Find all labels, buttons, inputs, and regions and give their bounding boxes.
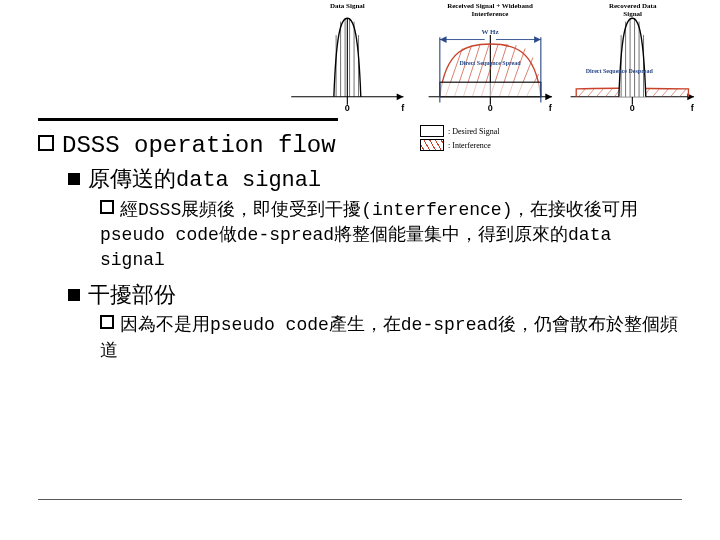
level2-item: 干擾部份 bbox=[68, 282, 682, 312]
diagram-data-signal: Data Signal 0 f bbox=[280, 0, 415, 115]
level1-text: DSSS operation flow bbox=[62, 132, 336, 159]
svg-text:0: 0 bbox=[345, 103, 350, 113]
diagram-title: Received Signal + Wideband Interference bbox=[435, 2, 545, 18]
svg-line-42 bbox=[653, 89, 660, 97]
level2-text: 干擾部份 bbox=[88, 284, 176, 309]
svg-line-44 bbox=[671, 89, 678, 97]
diagram-recovered: Recovered Data Signal Direct Sequence De… bbox=[565, 0, 700, 115]
level2-text: 原傳送的data signal bbox=[88, 168, 321, 193]
svg-marker-12 bbox=[545, 93, 552, 100]
diagram-title: Data Signal bbox=[330, 2, 365, 10]
bullet-open-icon bbox=[100, 315, 114, 329]
dsss-diagrams: Data Signal 0 f Received Signal + Wideba… bbox=[280, 0, 700, 115]
svg-text:f: f bbox=[691, 103, 694, 113]
svg-line-37 bbox=[588, 89, 595, 97]
svg-line-45 bbox=[680, 89, 687, 97]
level2-item: 原傳送的data signal bbox=[68, 166, 682, 196]
spread-label: Direct Sequence Spread bbox=[459, 60, 520, 67]
level3-item: 經DSSS展頻後，即使受到干擾(interference)，在接收後可用pseu… bbox=[100, 198, 682, 274]
level3-item: 因為不是用pseudo code產生，在de-spread後，仍會散布於整個頻道 bbox=[100, 313, 682, 363]
svg-text:0: 0 bbox=[630, 103, 635, 113]
svg-marker-29 bbox=[440, 36, 447, 43]
svg-line-39 bbox=[606, 89, 613, 97]
bullet-open-icon bbox=[100, 200, 114, 214]
outline-content: DSSS operation flow 原傳送的data signal 經DSS… bbox=[38, 130, 682, 372]
svg-line-43 bbox=[662, 89, 669, 97]
svg-text:0: 0 bbox=[488, 103, 493, 113]
svg-line-38 bbox=[597, 89, 604, 97]
diagram-received-interference: Received Signal + Wideband Interference … bbox=[423, 0, 558, 115]
bullet-solid-icon bbox=[68, 289, 80, 301]
level1-item: DSSS operation flow bbox=[38, 130, 682, 162]
svg-rect-24 bbox=[440, 82, 541, 97]
bandwidth-label: W Hz bbox=[481, 28, 498, 36]
svg-marker-1 bbox=[397, 93, 404, 100]
footer-rule bbox=[38, 499, 682, 500]
svg-line-36 bbox=[579, 89, 586, 97]
despread-label: Direct Sequence Despread bbox=[586, 68, 653, 75]
svg-text:f: f bbox=[401, 103, 404, 113]
title-rule bbox=[38, 118, 338, 121]
svg-text:f: f bbox=[548, 103, 551, 113]
bullet-open-icon bbox=[38, 135, 54, 151]
diagram-title: Recovered Data Signal bbox=[599, 2, 666, 18]
bullet-solid-icon bbox=[68, 173, 80, 185]
svg-marker-30 bbox=[534, 36, 541, 43]
level3-text: 因為不是用pseudo code產生，在de-spread後，仍會散布於整個頻道 bbox=[100, 315, 678, 360]
level3-text: 經DSSS展頻後，即使受到干擾(interference)，在接收後可用pseu… bbox=[100, 200, 638, 270]
